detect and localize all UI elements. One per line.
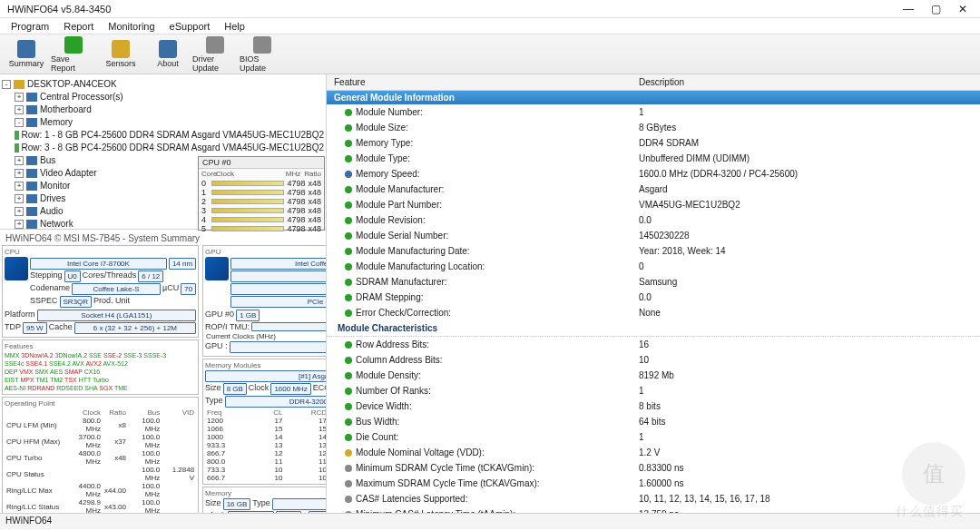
menu-report[interactable]: Report <box>56 19 101 34</box>
expand-icon[interactable]: + <box>15 93 24 102</box>
save-icon <box>64 36 83 54</box>
tree-item[interactable]: Row: 3 - 8 GB PC4-25600 DDR4 SDRAM Asgar… <box>2 142 324 154</box>
table-row[interactable]: Error Check/Correction:None <box>327 305 980 320</box>
section-characteristics: Module Characteristics <box>327 320 980 337</box>
expand-icon[interactable]: + <box>15 105 24 114</box>
menu-help[interactable]: Help <box>217 19 252 34</box>
menu-esupport[interactable]: eSupport <box>162 19 218 34</box>
toolbar-drvupd[interactable]: Driver Update <box>192 36 238 73</box>
memory-group: Memory Size16 GBTypeDDR4 SDRAM Clock1649… <box>202 487 326 513</box>
table-row[interactable]: Module Manufacturing Date:Year: 2018, We… <box>327 243 980 259</box>
intel-gpu-icon <box>205 257 229 280</box>
table-row[interactable]: Minimum SDRAM Cycle Time (tCKAVGmin):0.8… <box>327 460 980 476</box>
core-row: 04798x48 <box>199 179 324 188</box>
table-body[interactable]: General Module Information Module Number… <box>327 91 980 513</box>
table-row[interactable]: SDRAM Manufacturer:Samsung <box>327 274 980 290</box>
table-row[interactable]: Module Part Number:VMA45UG-MEC1U2BQ2 <box>327 197 980 212</box>
memory-modules-group: Memory Modules [#1] Asgard VMA45UG-MEC1U… <box>202 359 326 485</box>
row-icon <box>345 357 352 364</box>
row-icon <box>345 496 352 503</box>
table-row[interactable]: Column Address Bits:10 <box>327 352 980 368</box>
about-icon <box>159 40 177 58</box>
minimize-button[interactable]: — <box>895 3 922 15</box>
table-row[interactable]: Module Manufacturer:Asgard <box>327 182 980 197</box>
toolbar-about[interactable]: About <box>145 36 191 73</box>
table-row[interactable]: Memory Type:DDR4 SDRAM <box>327 135 980 151</box>
tree-item[interactable]: +Central Processor(s) <box>2 91 324 103</box>
expand-icon[interactable]: + <box>15 194 24 203</box>
row-icon <box>345 155 352 162</box>
row-icon <box>345 279 352 286</box>
row-icon <box>345 403 352 410</box>
table-row[interactable]: Maximum SDRAM Cycle Time (tCKAVGmax):1.6… <box>327 476 980 491</box>
table-row[interactable]: Module Revision:0.0 <box>327 212 980 228</box>
row-icon <box>345 186 352 193</box>
expand-icon[interactable]: + <box>15 220 24 229</box>
table-row[interactable]: Number Of Ranks:1 <box>327 383 980 398</box>
core-row: 54798x48 <box>199 224 324 233</box>
row-icon <box>345 449 352 457</box>
table-row[interactable]: Module Size:8 GBytes <box>327 120 980 135</box>
table-row[interactable]: Module Number:1 <box>327 104 980 120</box>
table-row[interactable]: CAS# Latencies Supported:10, 11, 12, 13,… <box>327 491 980 506</box>
expand-icon[interactable]: - <box>15 118 24 127</box>
row-icon <box>345 372 352 379</box>
menu-monitoring[interactable]: Monitoring <box>101 19 162 34</box>
table-row[interactable]: Bus Width:64 bits <box>327 414 980 429</box>
close-button[interactable]: ✕ <box>949 3 976 15</box>
toolbar: SummarySave ReportSensorsAboutDriver Upd… <box>0 34 980 74</box>
expand-icon[interactable]: + <box>15 207 24 216</box>
menu-program[interactable]: Program <box>4 19 56 34</box>
row-icon <box>345 109 352 116</box>
summary-icon <box>17 40 35 58</box>
row-icon <box>345 465 352 472</box>
watermark-text: 什么值得买 <box>896 504 964 520</box>
drvupd-icon <box>206 36 224 54</box>
tree-item[interactable]: Row: 1 - 8 GB PC4-25600 DDR4 SDRAM Asgar… <box>2 129 324 142</box>
tree-item[interactable]: +Motherboard <box>2 103 324 116</box>
biosupd-icon <box>253 36 271 54</box>
expand-icon[interactable]: + <box>15 156 24 165</box>
row-icon <box>345 263 352 270</box>
table-row[interactable]: Module Type:Unbuffered DIMM (UDIMM) <box>327 151 980 166</box>
table-row[interactable]: Device Width:8 bits <box>327 398 980 414</box>
table-row[interactable]: Minimum CAS# Latency Time (tAAmin):13.75… <box>327 506 980 513</box>
core-row: 44798x48 <box>199 215 324 224</box>
core-row: 34798x48 <box>199 206 324 215</box>
cpu-clock-panel[interactable]: CPU #0 Core Clock MHz Ratio 04798x481479… <box>198 156 325 231</box>
table-row[interactable]: Module Manufacturing Location:0 <box>327 259 980 274</box>
window-title: HWiNFO64 v5.84-3450 <box>7 4 895 15</box>
row-icon <box>345 140 352 147</box>
table-row[interactable]: DRAM Stepping:0.0 <box>327 290 980 305</box>
table-row[interactable]: Die Count:1 <box>327 429 980 445</box>
row-icon <box>345 232 352 240</box>
table-row[interactable]: Module Nominal Voltage (VDD):1.2 V <box>327 445 980 460</box>
table-row[interactable]: Module Serial Number:1450230228 <box>327 228 980 243</box>
toolbar-summary[interactable]: Summary <box>4 36 49 73</box>
row-icon <box>345 310 352 317</box>
toolbar-save[interactable]: Save Report <box>51 36 96 73</box>
col-description[interactable]: Description <box>635 77 980 87</box>
toolbar-sensors[interactable]: Sensors <box>98 36 143 73</box>
expand-icon[interactable]: + <box>15 182 24 191</box>
summary-title: HWiNFO64 © MSI MS-7B45 - System Summary <box>2 231 324 245</box>
tree-item[interactable]: -Memory <box>2 116 324 129</box>
row-icon <box>345 171 352 178</box>
toolbar-biosupd[interactable]: BIOS Update <box>240 36 285 73</box>
row-icon <box>345 480 352 487</box>
table-row[interactable]: Row Address Bits:16 <box>327 337 980 352</box>
titlebar: HWiNFO64 v5.84-3450 — ▢ ✕ <box>0 0 980 18</box>
sensors-icon <box>112 40 130 58</box>
features-group: Features MMX 3DNow!A.2 3DNow!A.2 SSE SSE… <box>2 339 199 395</box>
col-feature[interactable]: Feature <box>327 77 635 87</box>
row-icon <box>345 217 352 224</box>
detail-pane: Feature Description General Module Infor… <box>327 74 980 513</box>
tree-root[interactable]: -DESKTOP-AN4CEOK <box>2 78 324 91</box>
table-row[interactable]: Module Density:8192 Mb <box>327 368 980 383</box>
expand-icon[interactable]: + <box>15 169 24 178</box>
cpu-panel-title: CPU #0 <box>199 157 324 169</box>
table-row[interactable]: Memory Speed:1600.0 MHz (DDR4-3200 / PC4… <box>327 166 980 182</box>
watermark-icon: 值 <box>902 442 965 506</box>
core-row: 14798x48 <box>199 188 324 197</box>
maximize-button[interactable]: ▢ <box>922 3 949 15</box>
